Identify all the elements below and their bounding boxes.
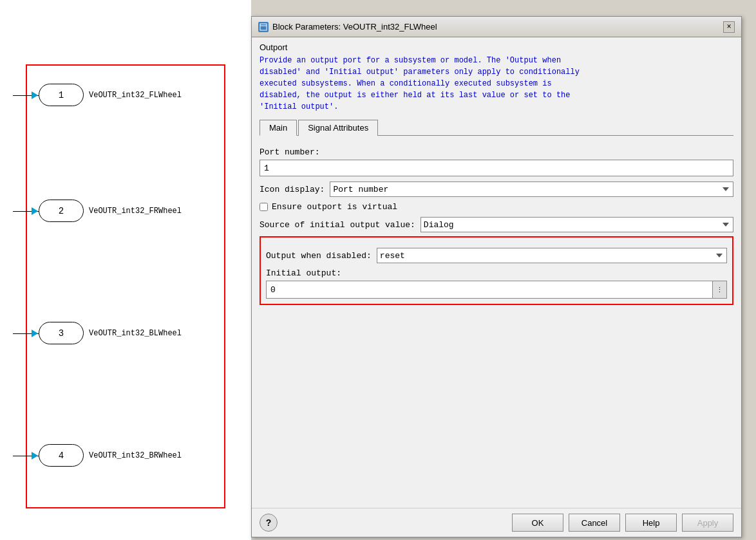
block-group-2: 2 VeOUTR_int32_FRWheel	[39, 200, 84, 222]
block-number-4: 4	[59, 451, 64, 461]
close-button[interactable]: ×	[723, 21, 735, 33]
icon-display-label: Icon display:	[260, 185, 325, 194]
tab-signal-attributes[interactable]: Signal Attributes	[298, 120, 378, 136]
ensure-outport-checkbox[interactable]	[260, 203, 268, 211]
ok-button[interactable]: OK	[512, 514, 563, 532]
output-when-disabled-select[interactable]: reset held	[377, 248, 727, 263]
output-when-disabled-label: Output when disabled:	[266, 251, 372, 261]
block-2[interactable]: 2	[39, 200, 84, 222]
description-text: Provide an output port for a subsystem o…	[260, 55, 733, 113]
port-number-label: Port number:	[260, 147, 733, 157]
block-label-4: VeOUTR_int32_BRWheel	[89, 451, 182, 460]
arrow-2	[32, 207, 38, 215]
arrow-1	[32, 91, 38, 99]
block-number-3: 3	[59, 328, 64, 339]
apply-button[interactable]: Apply	[682, 514, 733, 532]
tab-main[interactable]: Main	[260, 120, 297, 136]
dialog-footer: ? OK Cancel Help Apply	[252, 508, 741, 537]
arrow-3	[32, 330, 38, 337]
cancel-button[interactable]: Cancel	[569, 514, 620, 532]
block-number-1: 1	[59, 90, 64, 100]
port-number-input[interactable]	[260, 160, 733, 176]
block-1[interactable]: 1	[39, 84, 84, 106]
output-when-disabled-row: Output when disabled: reset held	[266, 248, 727, 263]
dialog-body: Outport Provide an output port for a sub…	[252, 37, 741, 508]
section-label: Outport	[260, 42, 733, 52]
block-label-1: VeOUTR_int32_FLWheel	[89, 91, 182, 100]
dialog-title-left: Block Parameters: VeOUTR_int32_FLWheel	[258, 22, 437, 32]
source-label: Source of initial output value:	[260, 220, 415, 230]
simulink-canvas: 1 VeOUTR_int32_FLWheel 2 VeOUTR_int32_FR…	[0, 0, 251, 540]
initial-output-input[interactable]	[266, 281, 713, 299]
conditional-params-section: Output when disabled: reset held Initial…	[260, 236, 733, 305]
block-group-3: 3 VeOUTR_int32_BLWheel	[39, 322, 84, 344]
block-parameters-dialog: Block Parameters: VeOUTR_int32_FLWheel ×…	[251, 16, 742, 537]
source-row: Source of initial output value: Dialog I…	[260, 217, 733, 232]
block-group-4: 4 VeOUTR_int32_BRWheel	[39, 444, 84, 467]
svg-rect-0	[260, 24, 267, 30]
ensure-outport-row: Ensure outport is virtual	[260, 202, 733, 212]
help-button[interactable]: Help	[625, 514, 677, 532]
initial-output-row: ⋮	[266, 281, 727, 299]
dialog-titlebar: Block Parameters: VeOUTR_int32_FLWheel ×	[252, 17, 741, 37]
ensure-outport-label: Ensure outport is virtual	[272, 202, 397, 212]
block-label-3: VeOUTR_int32_BLWheel	[89, 329, 182, 338]
dialog-title-text: Block Parameters: VeOUTR_int32_FLWheel	[272, 22, 437, 32]
arrow-4	[32, 452, 38, 460]
block-group-1: 1 VeOUTR_int32_FLWheel	[39, 84, 84, 106]
icon-display-select[interactable]: Port number Signal name None	[330, 182, 733, 197]
blocks-border	[26, 64, 225, 508]
block-4[interactable]: 4	[39, 444, 84, 467]
block-label-2: VeOUTR_int32_FRWheel	[89, 207, 182, 216]
initial-output-label: Initial output:	[266, 268, 727, 278]
dialog-icon	[258, 22, 269, 32]
help-icon-button[interactable]: ?	[260, 514, 278, 532]
tabs-row: Main Signal Attributes	[260, 119, 733, 136]
icon-display-row: Icon display: Port number Signal name No…	[260, 182, 733, 197]
block-3[interactable]: 3	[39, 322, 84, 344]
form-section: Port number: Icon display: Port number S…	[260, 142, 733, 503]
block-number-2: 2	[59, 206, 64, 216]
ellipsis-button[interactable]: ⋮	[713, 281, 727, 299]
source-select[interactable]: Dialog Input signal	[421, 217, 733, 232]
